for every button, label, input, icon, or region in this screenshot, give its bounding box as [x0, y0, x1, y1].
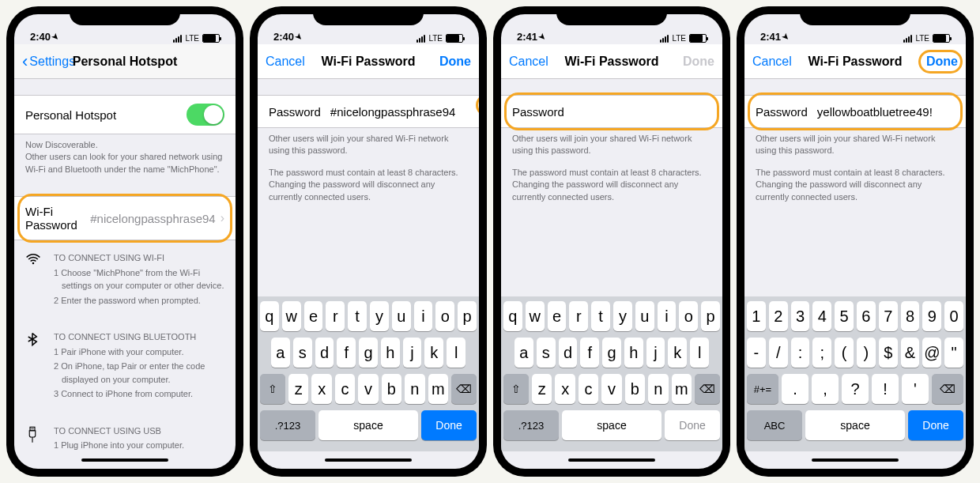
key-l[interactable]: l — [447, 338, 466, 368]
key-d[interactable]: d — [559, 338, 578, 368]
back-button[interactable]: ‹Settings — [22, 53, 75, 70]
delete-key[interactable]: ⌫ — [451, 374, 477, 404]
key--[interactable]: - — [747, 338, 766, 368]
key-v[interactable]: v — [358, 374, 378, 404]
key-h[interactable]: h — [381, 338, 400, 368]
key-;[interactable]: ; — [812, 338, 831, 368]
key-.[interactable]: . — [782, 374, 808, 404]
key-4[interactable]: 4 — [812, 301, 831, 331]
keyboard[interactable]: 1234567890 -/:;()$&@" #+=.,?!'⌫ ABC spac… — [744, 296, 966, 451]
key-9[interactable]: 9 — [922, 301, 941, 331]
key-l[interactable]: l — [690, 338, 709, 368]
symbol-switch-key[interactable]: #+= — [747, 374, 778, 404]
key-t[interactable]: t — [591, 301, 610, 331]
password-input[interactable] — [574, 105, 722, 119]
key-7[interactable]: 7 — [879, 301, 898, 331]
cancel-button[interactable]: Cancel — [509, 55, 548, 69]
password-row[interactable]: Password ✕ — [258, 95, 479, 128]
key-([interactable]: ( — [835, 338, 854, 368]
key-,[interactable]: , — [812, 374, 839, 404]
key-r[interactable]: r — [326, 301, 345, 331]
key-s[interactable]: s — [293, 338, 312, 368]
key-k[interactable]: k — [424, 338, 443, 368]
key-e[interactable]: e — [304, 301, 323, 331]
key-b[interactable]: b — [382, 374, 401, 404]
key-i[interactable]: i — [658, 301, 677, 331]
key-x[interactable]: x — [311, 374, 331, 404]
key-1[interactable]: 1 — [747, 301, 766, 331]
key-u[interactable]: u — [392, 301, 411, 331]
key-p[interactable]: p — [701, 301, 720, 331]
hotspot-toggle-row[interactable]: Personal Hotspot — [14, 95, 236, 134]
keyboard[interactable]: qwertyuiop asdfghjkl ⇧zxcvbnm⌫ .?123 spa… — [501, 296, 722, 451]
key-x[interactable]: x — [555, 374, 575, 404]
key-a[interactable]: a — [514, 338, 533, 368]
key-b[interactable]: b — [625, 374, 645, 404]
keyboard-done-key[interactable]: Done — [421, 410, 477, 440]
key-p[interactable]: p — [458, 301, 477, 331]
key-d[interactable]: d — [315, 338, 334, 368]
key-&[interactable]: & — [901, 338, 920, 368]
wifi-password-row[interactable]: Wi-Fi Password #nicelongpassphrase94 › — [14, 196, 236, 240]
key-g[interactable]: g — [359, 338, 378, 368]
home-indicator[interactable] — [14, 451, 236, 469]
password-input[interactable] — [817, 105, 966, 119]
cancel-button[interactable]: Cancel — [266, 55, 305, 69]
cancel-button[interactable]: Cancel — [752, 55, 792, 69]
shift-key[interactable]: ⇧ — [260, 374, 285, 404]
key-y[interactable]: y — [370, 301, 389, 331]
key-h[interactable]: h — [624, 338, 643, 368]
key-y[interactable]: y — [613, 301, 632, 331]
key-$[interactable]: $ — [879, 338, 898, 368]
key-'[interactable]: ' — [902, 374, 929, 404]
key-)[interactable]: ) — [857, 338, 876, 368]
key-@[interactable]: @ — [922, 338, 941, 368]
key-c[interactable]: c — [579, 374, 598, 404]
key-z[interactable]: z — [288, 374, 308, 404]
space-key[interactable]: space — [562, 410, 662, 440]
home-indicator[interactable] — [744, 451, 966, 469]
key-k[interactable]: k — [668, 338, 687, 368]
key-q[interactable]: q — [503, 301, 522, 331]
key-2[interactable]: 2 — [769, 301, 788, 331]
key-a[interactable]: a — [271, 338, 290, 368]
key-/[interactable]: / — [769, 338, 788, 368]
shift-key[interactable]: ⇧ — [503, 374, 529, 404]
key-j[interactable]: j — [403, 338, 422, 368]
toggle-switch[interactable] — [187, 104, 224, 126]
key-f[interactable]: f — [337, 338, 356, 368]
key-o[interactable]: o — [435, 301, 454, 331]
password-row[interactable]: Password ✕ — [744, 95, 966, 128]
home-indicator[interactable] — [258, 451, 479, 469]
key-o[interactable]: o — [679, 301, 698, 331]
done-button[interactable]: Done — [439, 55, 471, 69]
key-![interactable]: ! — [872, 374, 899, 404]
delete-key[interactable]: ⌫ — [695, 374, 720, 404]
key-3[interactable]: 3 — [791, 301, 810, 331]
keyboard-switch-key[interactable]: .?123 — [260, 410, 315, 440]
key-z[interactable]: z — [532, 374, 552, 404]
key-n[interactable]: n — [648, 374, 668, 404]
space-key[interactable]: space — [805, 410, 905, 440]
key-s[interactable]: s — [537, 338, 556, 368]
delete-key[interactable]: ⌫ — [932, 374, 963, 404]
key-8[interactable]: 8 — [901, 301, 920, 331]
key-v[interactable]: v — [601, 374, 621, 404]
home-indicator[interactable] — [501, 451, 722, 469]
key-e[interactable]: e — [548, 301, 567, 331]
key-0[interactable]: 0 — [944, 301, 963, 331]
key-m[interactable]: m — [672, 374, 692, 404]
key-u[interactable]: u — [635, 301, 654, 331]
key-n[interactable]: n — [405, 374, 424, 404]
key-c[interactable]: c — [335, 374, 355, 404]
key-t[interactable]: t — [348, 301, 367, 331]
key-r[interactable]: r — [569, 301, 588, 331]
keyboard-switch-key[interactable]: ABC — [747, 410, 802, 440]
key-?[interactable]: ? — [842, 374, 869, 404]
keyboard-done-key[interactable]: Done — [908, 410, 963, 440]
key-6[interactable]: 6 — [857, 301, 876, 331]
key-i[interactable]: i — [414, 301, 433, 331]
key-j[interactable]: j — [646, 338, 665, 368]
key-g[interactable]: g — [602, 338, 621, 368]
key-m[interactable]: m — [428, 374, 448, 404]
